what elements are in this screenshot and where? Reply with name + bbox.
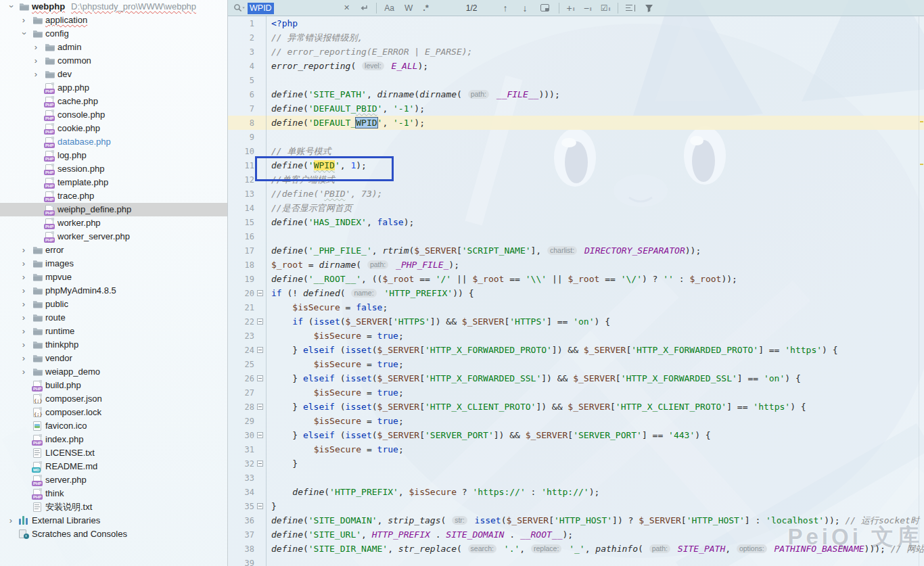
tree-item-admin[interactable]: ›admin: [0, 41, 227, 54]
tree-item-error[interactable]: ›error: [0, 243, 227, 257]
fold-marker-icon[interactable]: [257, 347, 263, 353]
remove-occurrence-button[interactable]: −II: [584, 3, 591, 14]
code-line-text[interactable]: define('__ROOT__', (($_root == '/' || $_…: [267, 272, 737, 286]
tree-item-template.php[interactable]: PHPtemplate.php: [0, 176, 227, 189]
tree-item-mpvue[interactable]: ›mpvue: [0, 270, 227, 284]
code-line-text[interactable]: define('WPID', 1);: [267, 158, 367, 172]
tree-item-composer.json[interactable]: {;}composer.json: [0, 392, 227, 406]
regex-toggle[interactable]: .*: [423, 3, 429, 13]
code-line-text[interactable]: // 单账号模式: [267, 144, 331, 158]
code-line-text[interactable]: define('DEFAULT_PBID', '-1');: [267, 101, 425, 116]
tree-item-config[interactable]: ›config: [0, 27, 227, 41]
code-line-text[interactable]: //是否显示官网首页: [267, 201, 352, 215]
match-case-toggle[interactable]: Aa: [384, 3, 394, 13]
code-line-text[interactable]: [267, 471, 271, 485]
tree-item-thinkphp[interactable]: ›thinkphp: [0, 338, 227, 352]
chevron-right-icon[interactable]: ›: [20, 284, 28, 298]
chevron-right-icon[interactable]: ›: [20, 338, 28, 352]
tree-item-runtime[interactable]: ›runtime: [0, 325, 227, 338]
tree-item-dev[interactable]: ›dev: [0, 68, 227, 81]
code-line-text[interactable]: // error_reporting(E_ERROR | E_PARSE);: [267, 45, 472, 59]
code-line-text[interactable]: $_root = dirname( path: _PHP_FILE_);: [267, 258, 459, 272]
tree-item-vendor[interactable]: ›vendor: [0, 352, 227, 365]
tree-item-cookie.php[interactable]: PHPcookie.php: [0, 122, 227, 135]
tree-item-license.txt[interactable]: LICENSE.txt: [0, 446, 227, 460]
code-line-text[interactable]: define('HTTP_PREFIX', $isSecure ? 'https…: [267, 485, 599, 499]
code-line-text[interactable]: define('SITE_URL', HTTP_PREFIX . SITE_DO…: [267, 527, 573, 542]
code-line-text[interactable]: [267, 130, 271, 144]
tree-item-application[interactable]: ›application: [0, 14, 227, 27]
tree-item-worker.php[interactable]: PHPworker.php: [0, 216, 227, 230]
previous-occurrence-button[interactable]: ↑: [503, 3, 508, 14]
fold-marker-icon[interactable]: [257, 319, 263, 325]
tree-item-common[interactable]: ›common: [0, 54, 227, 68]
code-line-text[interactable]: [267, 229, 271, 243]
code-line-text[interactable]: $isSecure = true;: [267, 329, 404, 343]
tree-item-session.php[interactable]: PHPsession.php: [0, 162, 227, 176]
clear-search-icon[interactable]: ✕: [344, 3, 350, 12]
code-line-text[interactable]: //define('PBID', 73);: [267, 187, 382, 201]
code-line-text[interactable]: define('_PHP_FILE_', rtrim($_SERVER['SCR…: [267, 243, 701, 258]
chevron-right-icon[interactable]: ›: [20, 298, 28, 311]
tree-item-server.php[interactable]: PHPserver.php: [0, 473, 227, 487]
code-line-text[interactable]: // 异常错误报错级别,: [267, 30, 363, 45]
fold-marker-icon[interactable]: [257, 503, 263, 509]
tree-item-build.php[interactable]: PHPbuild.php: [0, 379, 227, 392]
chevron-right-icon[interactable]: ›: [32, 68, 40, 81]
chevron-right-icon[interactable]: ›: [20, 311, 28, 325]
fold-marker-icon[interactable]: [257, 404, 263, 410]
tree-item-worker-server.php[interactable]: PHPworker_server.php: [0, 230, 227, 243]
chevron-right-icon[interactable]: ›: [32, 41, 40, 54]
next-occurrence-button[interactable]: ↓: [523, 3, 528, 14]
code-line-text[interactable]: define('HAS_INDEX', false);: [267, 215, 414, 229]
code-line-text[interactable]: [267, 556, 271, 566]
chevron-right-icon[interactable]: ›: [20, 365, 28, 379]
search-input[interactable]: WPID: [248, 3, 342, 13]
fold-marker-icon[interactable]: [257, 461, 263, 467]
fold-marker-icon[interactable]: [257, 375, 263, 381]
code-line-text[interactable]: $isSecure = true;: [267, 385, 404, 400]
chevron-right-icon[interactable]: ›: [20, 257, 28, 270]
newline-icon[interactable]: [359, 4, 368, 12]
tree-item-external-libraries[interactable]: ›External Libraries: [0, 514, 227, 527]
code-line-text[interactable]: define('SITE_DOMAIN', strip_tags( str: i…: [267, 513, 919, 527]
fold-marker-icon[interactable]: [257, 290, 263, 296]
tree-item-weiapp-demo[interactable]: ›weiapp_demo: [0, 365, 227, 379]
words-toggle[interactable]: W: [405, 3, 413, 13]
code-line-text[interactable]: } elseif (isset($_SERVER['SERVER_PORT'])…: [267, 428, 711, 442]
chevron-down-icon[interactable]: ›: [5, 2, 18, 10]
chevron-right-icon[interactable]: ›: [20, 14, 28, 27]
tree-item-readme.md[interactable]: MDREADME.md: [0, 460, 227, 473]
tree-item-route[interactable]: ›route: [0, 311, 227, 325]
code-line-text[interactable]: define('SITE_PATH', dirname(dirname( pat…: [267, 87, 560, 101]
code-line-text[interactable]: define('DEFAULT_WPID', '-1');: [267, 116, 425, 130]
search-options-icon[interactable]: [626, 5, 635, 11]
code-line-text[interactable]: } elseif (isset($_SERVER['HTTP_X_CLIENT_…: [267, 400, 806, 414]
code-line-text[interactable]: }: [267, 499, 277, 513]
tree-item-webphp[interactable]: ›webphpD:\phpstudy_pro\WWW\webphp: [0, 0, 227, 14]
fold-marker-icon[interactable]: [257, 432, 263, 438]
chevron-right-icon[interactable]: ›: [20, 243, 28, 257]
tree-item-app.php[interactable]: PHPapp.php: [0, 81, 227, 95]
tree-item-console.php[interactable]: PHPconsole.php: [0, 108, 227, 122]
select-all-occurrences-button[interactable]: ☑II: [601, 3, 610, 13]
code-line-text[interactable]: define('SITE_DIR_NAME', str_replace( sea…: [267, 542, 924, 556]
tree-item-phpmyadmin4.8.5[interactable]: ›phpMyAdmin4.8.5: [0, 284, 227, 298]
code-line-text[interactable]: $isSecure = false;: [267, 300, 388, 314]
code-line-text[interactable]: } elseif (isset($_SERVER['HTTP_X_FORWARD…: [267, 343, 838, 357]
chevron-right-icon[interactable]: ›: [20, 325, 28, 338]
chevron-down-icon[interactable]: ›: [18, 29, 31, 37]
tree-item-cache.php[interactable]: PHPcache.php: [0, 95, 227, 108]
tree-item-weiphp-define.php[interactable]: PHPweiphp_define.php: [0, 203, 227, 216]
editor-scrollbar[interactable]: [919, 16, 924, 566]
code-line-text[interactable]: if (isset($_SERVER['HTTPS']) && $_SERVER…: [267, 314, 610, 329]
code-line-text[interactable]: error_reporting( level: E_ALL);: [267, 59, 428, 73]
open-in-find-window-button[interactable]: [540, 4, 549, 11]
tree-item-trace.php[interactable]: PHPtrace.php: [0, 189, 227, 203]
tree-item-index.php[interactable]: PHPindex.php: [0, 433, 227, 446]
code-line-text[interactable]: [267, 73, 271, 87]
tree-item-public[interactable]: ›public: [0, 298, 227, 311]
add-occurrence-button[interactable]: +II: [567, 3, 574, 14]
code-line-text[interactable]: }: [267, 456, 298, 471]
filter-results-icon[interactable]: [645, 4, 653, 12]
